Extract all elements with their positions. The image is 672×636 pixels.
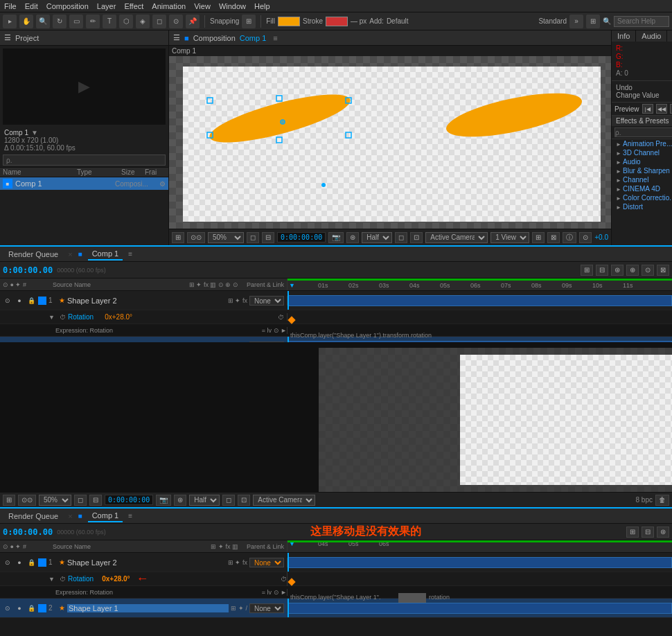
- effect-item-cinema[interactable]: CINEMA 4D: [612, 184, 672, 193]
- comp-viewer-tab-name[interactable]: Comp 1: [240, 34, 267, 42]
- layer-2-vis[interactable]: ⊙: [3, 342, 12, 343]
- timeline-btn-2[interactable]: ⊟: [596, 265, 608, 276]
- layer-1-color[interactable]: [38, 297, 46, 305]
- timeline-btn-4[interactable]: ⊕: [626, 265, 639, 276]
- effect-item-animation[interactable]: Animation Pre...: [612, 139, 672, 148]
- viewer-btn-switch[interactable]: ⊞: [532, 232, 545, 243]
- bottom-layer-1-solo[interactable]: ●: [15, 558, 24, 567]
- menu-help[interactable]: Help: [254, 2, 270, 10]
- bottom-viewer-trash[interactable]: 🗑: [655, 495, 669, 506]
- bottom-layer-2-lock[interactable]: 🔒: [26, 603, 36, 613]
- timeline-btn-6[interactable]: ⊠: [657, 265, 669, 276]
- tab-info[interactable]: Info: [612, 30, 636, 42]
- time-display-bottom[interactable]: 0:00:00.00: [3, 527, 53, 537]
- time-display-top[interactable]: 0:00:00.00: [3, 265, 53, 275]
- zoom-select[interactable]: 50% 100%: [208, 232, 244, 243]
- bottom-layer-1-color[interactable]: [38, 558, 46, 567]
- layer-1-lock[interactable]: 🔒: [26, 296, 36, 306]
- layer-1-name[interactable]: Shape Layer 2: [67, 297, 226, 305]
- bottom-layer-2-name[interactable]: Shape Layer 1: [67, 604, 229, 612]
- tool-text[interactable]: T: [103, 15, 116, 28]
- bottom-layer-2-solo[interactable]: ●: [15, 603, 24, 613]
- bottom-viewer-btn-col[interactable]: ⊡: [238, 495, 250, 506]
- bottom-camera-select[interactable]: Active Camera: [253, 495, 315, 506]
- render-queue-tab-top[interactable]: Render Queue: [4, 249, 62, 260]
- effect-item-distort[interactable]: Distort: [612, 202, 672, 211]
- camera-select[interactable]: Active Camera: [425, 232, 488, 243]
- workspace-menu[interactable]: »: [569, 15, 583, 28]
- viewer-btn-channel[interactable]: ◻: [395, 232, 407, 243]
- bottom-layer-1-lock[interactable]: 🔒: [26, 558, 36, 567]
- bottom-viewer-btn-fit[interactable]: ◻: [74, 495, 87, 506]
- menu-file[interactable]: File: [4, 2, 17, 10]
- bottom-layer-1-name[interactable]: Shape Layer 2: [67, 558, 226, 567]
- bottom-layer-1-rot-value[interactable]: 0x+28.0°: [102, 575, 130, 583]
- comp-tab-menu[interactable]: ≡: [128, 250, 132, 258]
- bottom-layer-2-vis[interactable]: ⊙: [3, 603, 12, 613]
- viewer-btn-grid[interactable]: ⊞: [172, 232, 184, 243]
- bottom-zoom-select[interactable]: 50%: [39, 495, 71, 506]
- bottom-layer-1-rot-label[interactable]: Rotation: [68, 575, 94, 583]
- menu-layer[interactable]: Layer: [97, 2, 116, 10]
- viewer-btn-safe[interactable]: ⊙⊙: [187, 232, 205, 243]
- tool-puppet[interactable]: 📌: [186, 15, 200, 28]
- layer-1-rotation-label[interactable]: Rotation: [68, 313, 94, 321]
- viewer-btn-region[interactable]: ⊟: [262, 232, 274, 243]
- menu-view[interactable]: View: [194, 2, 211, 10]
- preview-play[interactable]: ▶: [670, 104, 672, 114]
- bottom-layer-2-color[interactable]: [38, 604, 46, 612]
- bottom-viewer-btn-camera[interactable]: 📷: [156, 495, 171, 506]
- layer-2-color[interactable]: [38, 342, 46, 343]
- tab-audio[interactable]: Audio: [636, 30, 667, 42]
- menu-edit[interactable]: Edit: [25, 2, 38, 10]
- viewer-timecode[interactable]: 0:00:00:00: [277, 232, 326, 242]
- bot-rot1-tri[interactable]: ▼: [48, 576, 55, 583]
- stroke-color[interactable]: [326, 17, 348, 26]
- timeline-btn-3[interactable]: ⊛: [611, 265, 624, 276]
- tool-pen[interactable]: ✏: [86, 15, 100, 28]
- effect-item-color[interactable]: Color Correctio...: [612, 193, 672, 202]
- effect-item-3d[interactable]: 3D Channel: [612, 148, 672, 157]
- viewer-btn-fit[interactable]: ◻: [247, 232, 259, 243]
- viewer-btn-3d[interactable]: ⊠: [547, 232, 560, 243]
- tool-hand[interactable]: ✋: [19, 15, 33, 28]
- tool-zoom[interactable]: 🔍: [36, 15, 50, 28]
- undo-action-label[interactable]: Change Value: [616, 91, 672, 99]
- bottom-viewer-btn-safe[interactable]: ⊙⊙: [18, 495, 36, 506]
- comp-dropdown-icon[interactable]: ▼: [31, 129, 38, 136]
- bottom-viewer-btn-grid[interactable]: ⊞: [3, 495, 15, 506]
- layer-1-vis[interactable]: ⊙: [3, 296, 12, 306]
- bottom-layer-2-parent[interactable]: None: [249, 603, 284, 613]
- viewer-btn-motion[interactable]: ⊛: [346, 232, 359, 243]
- menu-animation[interactable]: Animation: [152, 2, 186, 10]
- tool-select[interactable]: ▸: [3, 15, 17, 28]
- bottom-tl-btn-1[interactable]: ⊞: [626, 527, 639, 538]
- tool-brush[interactable]: ⬡: [119, 15, 133, 28]
- effect-item-audio[interactable]: Audio: [612, 157, 672, 166]
- preview-prev[interactable]: |◀: [642, 104, 653, 114]
- quality-select[interactable]: Half Full: [362, 232, 392, 243]
- preview-back[interactable]: ◀◀: [656, 104, 667, 114]
- effects-search-input[interactable]: [614, 127, 672, 137]
- snap-toggle[interactable]: ⊞: [242, 15, 256, 28]
- bottom-quality-select[interactable]: Half: [189, 495, 220, 506]
- rotation-triangle[interactable]: ▼: [48, 314, 55, 321]
- tool-shape1[interactable]: ▭: [69, 15, 83, 28]
- tool-eraser[interactable]: ◻: [152, 15, 166, 28]
- view-select[interactable]: 1 View: [490, 232, 529, 243]
- project-search-input[interactable]: [3, 154, 166, 166]
- effect-item-channel[interactable]: Channel: [612, 175, 672, 184]
- fill-color[interactable]: [278, 17, 300, 26]
- tool-roto[interactable]: ⊙: [169, 15, 183, 28]
- layer-2-lock[interactable]: 🔒: [26, 342, 36, 343]
- search-input[interactable]: [614, 16, 669, 27]
- layer-2-name[interactable]: Shape Layer 1: [67, 342, 229, 343]
- render-queue-tab-bottom[interactable]: Render Queue: [4, 511, 62, 522]
- comp-tab-bottom[interactable]: Comp 1: [88, 510, 123, 522]
- viewer-btn-color[interactable]: ⊡: [410, 232, 423, 243]
- comp-tab-menu-bottom[interactable]: ≡: [128, 512, 132, 520]
- layer-1-solo[interactable]: ●: [15, 296, 24, 306]
- layer-1-parent[interactable]: None: [249, 296, 284, 306]
- bottom-layer-1-vis[interactable]: ⊙: [3, 558, 12, 567]
- layer-2-solo[interactable]: ●: [15, 342, 24, 343]
